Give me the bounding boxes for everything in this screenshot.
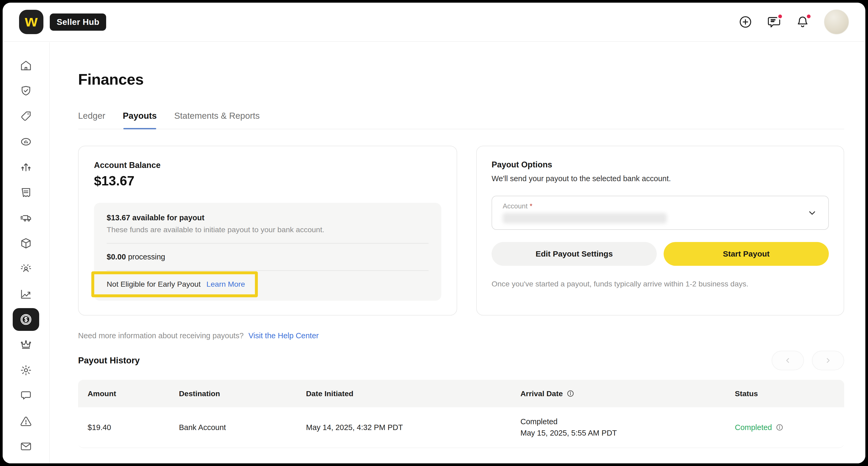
- sidebar-item-growth[interactable]: [20, 288, 32, 300]
- sidebar-item-feedback[interactable]: [20, 389, 32, 402]
- sidebar-item-loyalty[interactable]: [20, 338, 32, 351]
- edit-payout-settings-button[interactable]: Edit Payout Settings: [492, 242, 657, 266]
- table-header-row: Amount Destination Date Initiated Arriva…: [78, 380, 844, 407]
- avatar[interactable]: [824, 9, 849, 34]
- balance-card-title: Account Balance: [94, 161, 441, 170]
- payout-options-card: Payout Options We'll send your payout to…: [476, 146, 844, 315]
- receipt-icon: [20, 186, 32, 199]
- tab-payouts[interactable]: Payouts: [123, 111, 157, 129]
- notifications-icon[interactable]: [796, 15, 810, 29]
- sidebar-item-community[interactable]: [20, 262, 32, 275]
- payout-options-title: Payout Options: [492, 160, 829, 169]
- info-icon: [776, 424, 783, 431]
- sidebar-item-orders[interactable]: [20, 186, 32, 199]
- community-icon: [20, 262, 32, 275]
- brand-logo-letter: w: [25, 13, 38, 29]
- tab-ledger[interactable]: Ledger: [78, 111, 105, 129]
- message-badge: [777, 13, 783, 20]
- processing-line: $0.00 processing: [107, 253, 429, 261]
- chevron-left-icon: [784, 357, 792, 364]
- package-icon: [20, 237, 32, 249]
- cell-destination: Bank Account: [179, 423, 306, 432]
- help-line: Need more information about receiving pa…: [78, 331, 844, 340]
- help-text: Need more information about receiving pa…: [78, 331, 244, 340]
- column-header-date-initiated: Date Initiated: [306, 389, 521, 398]
- account-select[interactable]: Account*: [492, 196, 829, 230]
- notification-badge: [806, 13, 812, 20]
- required-marker: *: [530, 202, 532, 210]
- payout-history-table: Amount Destination Date Initiated Arriva…: [78, 380, 844, 448]
- arrival-status-line: Completed: [521, 416, 735, 428]
- payout-buttons-row: Edit Payout Settings Start Payout: [492, 242, 829, 266]
- main-content: Finances Ledger Payouts Statements & Rep…: [50, 42, 865, 463]
- arrival-date-line: May 15, 2025, 5:55 AM PDT: [521, 427, 735, 439]
- sidebar-item-shipping[interactable]: [20, 211, 32, 224]
- sidebar-item-products[interactable]: [20, 237, 32, 249]
- next-page-button[interactable]: [812, 351, 844, 370]
- cards-row: Account Balance $13.67 $13.67 available …: [78, 146, 844, 315]
- shield-check-icon: [20, 85, 32, 97]
- cell-date-initiated: May 14, 2025, 4:32 PM PDT: [306, 423, 521, 432]
- sidebar-item-home[interactable]: [20, 59, 32, 72]
- eligibility-text: Not Eligible for Early Payout: [107, 280, 200, 289]
- processing-amount: $0.00: [107, 253, 126, 261]
- chevron-down-icon: [807, 208, 817, 218]
- messages-icon[interactable]: [767, 15, 781, 29]
- truck-icon: [20, 211, 32, 224]
- sidebar: [3, 42, 50, 463]
- chat-bubble-icon: [20, 389, 32, 402]
- tab-statements-reports[interactable]: Statements & Reports: [174, 111, 260, 129]
- sidebar-item-settings[interactable]: [20, 364, 32, 377]
- account-value-redacted: [503, 213, 667, 224]
- sidebar-item-issues[interactable]: [20, 415, 32, 427]
- sidebar-item-messages[interactable]: [20, 440, 32, 453]
- pagination: [772, 351, 844, 370]
- chevron-right-icon: [824, 357, 832, 364]
- tag-icon: [20, 110, 32, 123]
- eligibility-row: Not Eligible for Early Payout Learn More: [107, 280, 245, 289]
- balance-detail-box: $13.67 available for payout These funds …: [94, 203, 441, 301]
- column-header-status: Status: [735, 389, 844, 398]
- sidebar-item-listings[interactable]: [20, 110, 32, 123]
- page-title: Finances: [78, 70, 844, 88]
- account-select-label: Account*: [503, 202, 818, 210]
- status-badge: Completed: [735, 423, 772, 432]
- available-amount: $13.67: [107, 213, 130, 222]
- seller-hub-badge: Seller Hub: [50, 13, 106, 31]
- payout-note: Once you've started a payout, funds typi…: [492, 279, 829, 288]
- column-header-destination: Destination: [179, 389, 306, 398]
- help-center-link[interactable]: Visit the Help Center: [249, 331, 319, 340]
- cell-amount: $19.40: [88, 423, 179, 432]
- balance-amount: $13.67: [94, 173, 441, 189]
- sidebar-item-finances[interactable]: [13, 308, 39, 331]
- payout-history-title: Payout History: [78, 356, 140, 366]
- cell-status: Completed: [735, 423, 844, 432]
- coin-stats-icon: [20, 135, 32, 148]
- sidebar-item-boost[interactable]: [20, 161, 32, 173]
- start-payout-button[interactable]: Start Payout: [664, 242, 829, 266]
- payout-options-description: We'll send your payout to the selected b…: [492, 174, 829, 183]
- topbar-actions: [738, 9, 849, 34]
- dollar-circle-icon: [19, 312, 33, 326]
- divider: [107, 243, 429, 243]
- brand-logo[interactable]: w: [19, 10, 43, 34]
- previous-page-button[interactable]: [772, 351, 804, 370]
- column-header-arrival-date: Arrival Date: [521, 389, 735, 398]
- trend-chart-icon: [20, 288, 32, 300]
- learn-more-link[interactable]: Learn More: [207, 280, 245, 289]
- gear-icon: [20, 364, 32, 377]
- cell-arrival-date: Completed May 15, 2025, 5:55 AM PDT: [521, 416, 735, 439]
- warning-triangle-icon: [20, 415, 32, 427]
- payout-history-header: Payout History: [78, 351, 844, 370]
- top-bar: w Seller Hub: [3, 3, 865, 42]
- processing-label: processing: [128, 253, 165, 261]
- sidebar-item-trust[interactable]: [20, 85, 32, 97]
- divider: [107, 270, 429, 271]
- available-description: These funds are available to initiate pa…: [107, 225, 429, 234]
- plus-circle-icon[interactable]: [738, 15, 752, 29]
- home-icon: [20, 59, 32, 72]
- app-window: w Seller Hub: [3, 3, 865, 463]
- table-row[interactable]: $19.40 Bank Account May 14, 2025, 4:32 P…: [78, 407, 844, 447]
- sidebar-item-stats[interactable]: [20, 135, 32, 148]
- tab-bar: Ledger Payouts Statements & Reports: [78, 111, 844, 129]
